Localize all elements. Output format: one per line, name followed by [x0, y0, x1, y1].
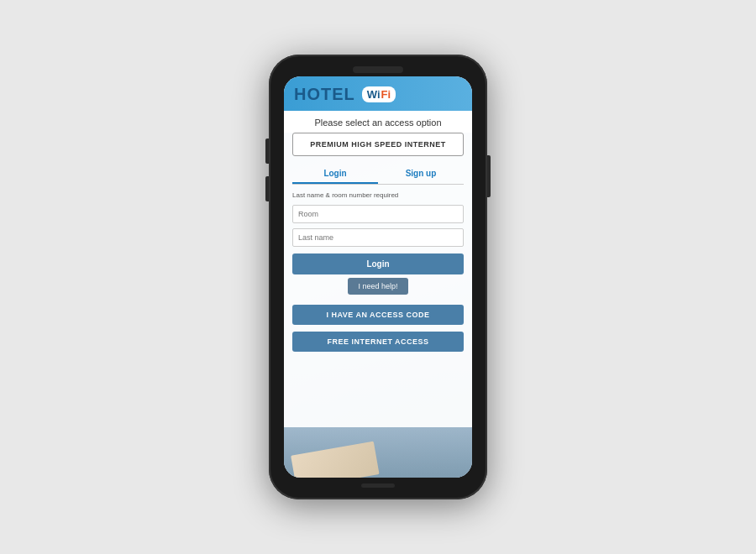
tab-signup[interactable]: Sign up [378, 165, 464, 184]
volume-down-button[interactable] [265, 176, 269, 201]
access-code-button[interactable]: I HAVE AN ACCESS CODE [292, 305, 464, 325]
phone-screen: HOTEL Wi Fi Please select an access opti… [284, 76, 472, 478]
tab-login[interactable]: Login [292, 165, 378, 184]
wifi-wi: Wi [367, 88, 381, 101]
bottom-decoration [284, 427, 472, 478]
tabs-row: Login Sign up [292, 165, 464, 185]
header-bar: HOTEL Wi Fi [284, 76, 472, 111]
wifi-badge: Wi Fi [362, 86, 396, 102]
screen-content: HOTEL Wi Fi Please select an access opti… [284, 76, 472, 478]
lastname-input[interactable] [292, 228, 464, 247]
content-card: Please select an access option PREMIUM H… [284, 111, 472, 427]
login-button[interactable]: Login [292, 253, 464, 274]
hotel-label: HOTEL [294, 85, 355, 104]
select-option-text: Please select an access option [284, 111, 472, 133]
help-button[interactable]: I need help! [348, 278, 407, 295]
volume-up-button[interactable] [265, 138, 269, 164]
free-internet-button[interactable]: FREE INTERNET ACCESS [292, 332, 464, 352]
book-decoration [291, 442, 379, 478]
room-input[interactable] [292, 205, 464, 223]
form-hint: Last name & room number required [292, 191, 464, 199]
phone-device: HOTEL Wi Fi Please select an access opti… [269, 55, 487, 499]
wifi-fi: Fi [381, 88, 391, 101]
premium-internet-button[interactable]: PREMIUM HIGH SPEED INTERNET [292, 133, 464, 156]
power-button[interactable] [487, 155, 491, 197]
